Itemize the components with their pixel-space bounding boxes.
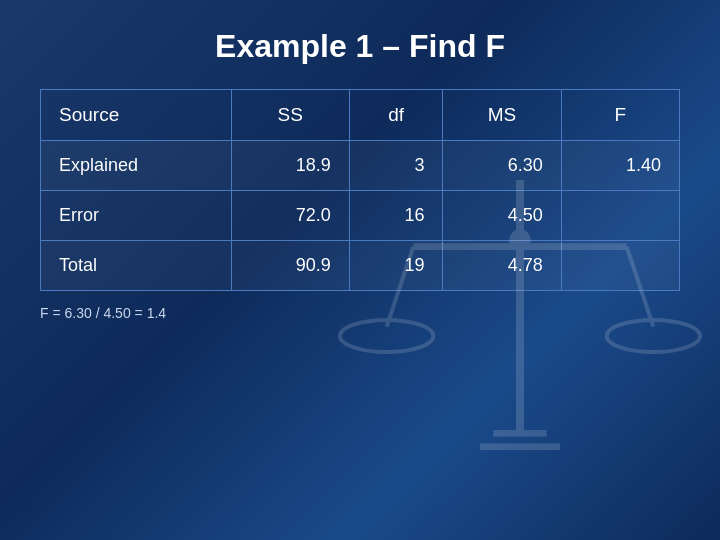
cell-total-df: 19: [349, 241, 443, 291]
cell-explained-df: 3: [349, 141, 443, 191]
cell-explained-f: 1.40: [561, 141, 679, 191]
header-ss: SS: [231, 90, 349, 141]
header-ms: MS: [443, 90, 561, 141]
anova-table: Source SS df MS F Explained 18.9 3 6.30 …: [40, 89, 680, 291]
cell-error-f: [561, 191, 679, 241]
table-row-error: Error 72.0 16 4.50: [41, 191, 680, 241]
page-title: Example 1 – Find F: [0, 0, 720, 89]
cell-total-ss: 90.9: [231, 241, 349, 291]
header-f: F: [561, 90, 679, 141]
table-header-row: Source SS df MS F: [41, 90, 680, 141]
table-row-total: Total 90.9 19 4.78: [41, 241, 680, 291]
cell-total-f: [561, 241, 679, 291]
cell-explained-ms: 6.30: [443, 141, 561, 191]
svg-point-5: [607, 320, 700, 352]
cell-explained-source: Explained: [41, 141, 232, 191]
cell-total-source: Total: [41, 241, 232, 291]
cell-error-source: Error: [41, 191, 232, 241]
cell-error-ss: 72.0: [231, 191, 349, 241]
footer-note: F = 6.30 / 4.50 = 1.4: [40, 305, 680, 321]
table-row-explained: Explained 18.9 3 6.30 1.40: [41, 141, 680, 191]
cell-error-ms: 4.50: [443, 191, 561, 241]
data-table-container: Source SS df MS F Explained 18.9 3 6.30 …: [40, 89, 680, 291]
svg-point-4: [340, 320, 433, 352]
cell-total-ms: 4.78: [443, 241, 561, 291]
header-source: Source: [41, 90, 232, 141]
cell-error-df: 16: [349, 191, 443, 241]
cell-explained-ss: 18.9: [231, 141, 349, 191]
header-df: df: [349, 90, 443, 141]
